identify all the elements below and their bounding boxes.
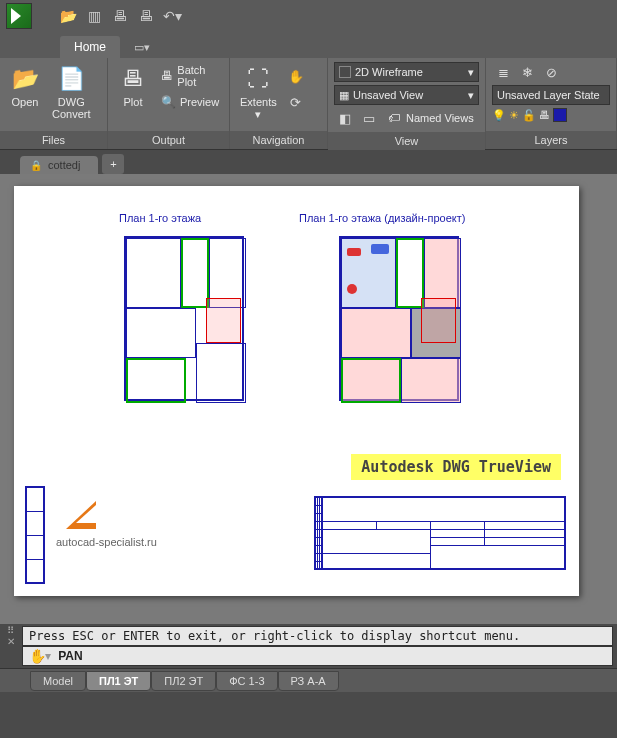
- document-tab[interactable]: 🔒 cottedj: [20, 156, 98, 174]
- batch-plot-label: Batch Plot: [177, 64, 219, 88]
- saved-view-value: Unsaved View: [353, 89, 423, 101]
- pan-hand-icon: ✋: [29, 648, 45, 664]
- floor-plan-2: [339, 236, 459, 401]
- layout-tab-model[interactable]: Model: [30, 671, 86, 691]
- document-tab-strip: 🔒 cottedj +: [0, 150, 617, 174]
- extents-label: Extents▾: [240, 96, 277, 120]
- ribbon-tab-strip: Home ▭▾: [0, 32, 617, 58]
- ribbon: 📂 Open 📄 DWG Convert Files 🖶 Plot 🖶 Batc…: [0, 58, 617, 150]
- site-logo: [66, 501, 96, 529]
- pan-icon[interactable]: ✋: [285, 66, 307, 86]
- printer-icon: 🖶: [118, 64, 148, 94]
- batch-plot-button[interactable]: 🖶 Batch Plot: [156, 62, 223, 90]
- visual-style-dropdown[interactable]: 2D Wireframe▾: [334, 62, 479, 82]
- layer-props-icon[interactable]: ≣: [492, 62, 514, 82]
- document-tab-label: cottedj: [48, 159, 80, 171]
- layout-tab-fs[interactable]: ФС 1-3: [216, 671, 277, 691]
- preview-icon: 🔍: [160, 94, 176, 110]
- floor-plan-1: [124, 236, 244, 401]
- visual-style-value: 2D Wireframe: [355, 66, 423, 78]
- watermark: Autodesk DWG TrueView: [351, 454, 561, 480]
- document-icon: 📄: [56, 64, 86, 94]
- panel-navigation: ⛶ Extents▾ ✋ ⟳ Navigation: [230, 58, 328, 149]
- bulb-on-icon[interactable]: 💡: [492, 109, 506, 122]
- extents-button[interactable]: ⛶ Extents▾: [236, 62, 281, 122]
- layout-tab-pl1[interactable]: ПЛ1 ЭТ: [86, 671, 151, 691]
- open-label: Open: [12, 96, 39, 108]
- drawing-workspace[interactable]: План 1-го этажа План 1-го этажа (дизайн-…: [0, 174, 617, 624]
- command-hint: Press ESC or ENTER to exit, or right-cli…: [22, 626, 613, 646]
- app-logo-icon[interactable]: [6, 3, 32, 29]
- saved-view-dropdown[interactable]: ▦Unsaved View▾: [334, 85, 479, 105]
- plot-layer-icon[interactable]: 🖶: [539, 109, 550, 121]
- layout-tab-pl2[interactable]: ПЛ2 ЭТ: [151, 671, 216, 691]
- panel-view-label: View: [328, 132, 485, 150]
- open-button[interactable]: 📂 Open: [6, 62, 44, 110]
- command-input[interactable]: ✋ ▾ PAN: [22, 646, 613, 666]
- plot-button[interactable]: 🖶 Plot: [114, 62, 152, 110]
- layout-tab-rz[interactable]: РЗ А-А: [278, 671, 339, 691]
- chevron-down-icon: ▾: [468, 89, 474, 102]
- tab-home[interactable]: Home: [60, 36, 120, 58]
- command-area: ⠿✕ Press ESC or ENTER to exit, or right-…: [0, 624, 617, 668]
- panel-navigation-label: Navigation: [230, 131, 327, 149]
- preview-button[interactable]: 🔍 Preview: [156, 92, 223, 112]
- wireframe-icon: [339, 66, 351, 78]
- panel-layers: ≣ ❄ ⊘ Unsaved Layer State 💡 ☀ 🔓 🖶 Layers: [486, 58, 617, 149]
- dwg-convert-button[interactable]: 📄 DWG Convert: [48, 62, 95, 122]
- dwg-convert-label: DWG Convert: [52, 96, 91, 120]
- layer-state-value: Unsaved Layer State: [497, 89, 600, 101]
- command-current: PAN: [58, 649, 82, 663]
- layer-off-icon[interactable]: ⊘: [540, 62, 562, 82]
- tab-add-icon[interactable]: ▭▾: [120, 37, 164, 58]
- orbit-icon[interactable]: ⟳: [285, 92, 307, 112]
- batch-quick-icon[interactable]: 🖶: [134, 4, 158, 28]
- panel-output: 🖶 Plot 🖶 Batch Plot 🔍 Preview Output: [108, 58, 230, 149]
- layer-freeze-icon[interactable]: ❄: [516, 62, 538, 82]
- sun-icon[interactable]: ☀: [509, 109, 519, 122]
- lock-open-icon[interactable]: 🔓: [522, 109, 536, 122]
- batch-plot-icon: 🖶: [160, 68, 173, 84]
- site-url: autocad-specialist.ru: [56, 536, 157, 548]
- view-front-icon[interactable]: ▭: [358, 108, 380, 128]
- chevron-down-icon: ▾: [468, 66, 474, 79]
- open-folder-icon[interactable]: 📂: [56, 4, 80, 28]
- sheet-icon[interactable]: ▥: [82, 4, 106, 28]
- named-views-button[interactable]: 🏷 Named Views: [382, 108, 479, 128]
- panel-layers-label: Layers: [486, 131, 616, 149]
- lock-icon: 🔒: [30, 160, 42, 171]
- plan2-title: План 1-го этажа (дизайн-проект): [299, 212, 465, 224]
- preview-label: Preview: [180, 96, 219, 108]
- panel-output-label: Output: [108, 131, 229, 149]
- layer-state-dropdown[interactable]: Unsaved Layer State: [492, 85, 610, 105]
- command-drag-handle[interactable]: ⠿✕: [4, 625, 18, 647]
- layer-color-swatch[interactable]: [553, 108, 567, 122]
- quick-access-toolbar: 📂 ▥ 🖶 🖶 ↶▾: [0, 0, 617, 32]
- panel-view: 2D Wireframe▾ ▦Unsaved View▾ ◧ ▭ 🏷 Named…: [328, 58, 486, 149]
- folder-open-icon: 📂: [10, 64, 40, 94]
- layout-tab-strip: Model ПЛ1 ЭТ ПЛ2 ЭТ ФС 1-3 РЗ А-А: [0, 668, 617, 692]
- side-block: [25, 486, 45, 584]
- plan1-title: План 1-го этажа: [119, 212, 201, 224]
- panel-files: 📂 Open 📄 DWG Convert Files: [0, 58, 108, 149]
- panel-files-label: Files: [0, 131, 107, 149]
- new-tab-button[interactable]: +: [102, 154, 124, 174]
- paper-sheet: План 1-го этажа План 1-го этажа (дизайн-…: [14, 186, 579, 596]
- title-block: [314, 496, 566, 570]
- named-views-label: Named Views: [406, 112, 474, 124]
- undo-icon[interactable]: ↶▾: [160, 4, 184, 28]
- extents-icon: ⛶: [243, 64, 273, 94]
- plot-label: Plot: [124, 96, 143, 108]
- view-icon: ▦: [339, 89, 349, 102]
- view-cube-icon[interactable]: ◧: [334, 108, 356, 128]
- plot-quick-icon[interactable]: 🖶: [108, 4, 132, 28]
- named-views-icon: 🏷: [386, 110, 402, 126]
